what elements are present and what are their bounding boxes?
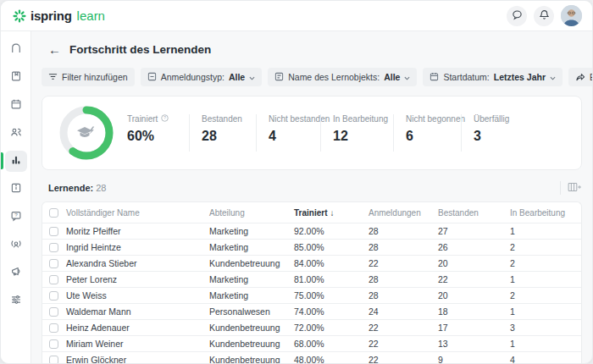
learners-table: Vollständiger NameAbteilungTrainiert↓Anm… xyxy=(42,201,582,363)
calendar-icon xyxy=(9,97,23,114)
select-all-checkbox[interactable] xyxy=(49,208,58,218)
table-cell: 26 xyxy=(438,242,510,252)
column-header[interactable]: Anmeldungen xyxy=(369,208,438,218)
column-header[interactable]: In Bearbeitung xyxy=(510,208,581,218)
filter-startdatum[interactable]: Startdatum:Letztes Jahr xyxy=(423,68,563,86)
table-cell: 13 xyxy=(438,339,510,349)
webinar-icon xyxy=(9,237,23,254)
table-cell: Ute Weiss xyxy=(66,290,209,301)
list-header: Lernende:28 xyxy=(48,181,582,195)
row-checkbox[interactable] xyxy=(49,259,58,268)
row-checkbox[interactable] xyxy=(49,356,58,364)
row-checkbox[interactable] xyxy=(49,339,58,349)
table-row[interactable]: Alexandra StieberKundenbetreuung84.00%22… xyxy=(42,255,581,271)
page-title: Fortschritt des Lernenden xyxy=(69,43,211,56)
sidebar-item-kiosk[interactable] xyxy=(1,177,31,201)
notifications-button[interactable] xyxy=(534,6,554,26)
topbar-actions xyxy=(507,5,582,26)
row-checkbox[interactable] xyxy=(49,291,58,301)
stat-value: 12 xyxy=(333,129,393,144)
row-checkbox[interactable] xyxy=(49,307,58,317)
table-cell: 20 xyxy=(438,258,510,268)
table-cell: Kundenbetreuung xyxy=(209,323,294,333)
filter-lernobjekt[interactable]: Name des Lernobjekts:Alle xyxy=(268,68,417,86)
table-row[interactable]: Moritz PfeifferMarketing92.00%28271 xyxy=(42,223,581,239)
summary-stat: Nicht bestanden4 xyxy=(256,114,320,152)
kiosk-icon xyxy=(9,181,23,198)
sidebar: ? xyxy=(1,31,31,363)
table-cell: 28 xyxy=(369,226,438,236)
back-button[interactable]: ← xyxy=(48,43,61,56)
column-header[interactable]: Trainiert↓ xyxy=(294,208,369,218)
table-cell: 22 xyxy=(438,274,510,284)
sidebar-item-announcements[interactable] xyxy=(1,261,31,285)
stat-label: Nicht bestanden xyxy=(269,114,320,124)
brand-logo: ispring learn xyxy=(13,8,105,23)
table-cell: 85.00% xyxy=(294,242,369,252)
brand-name: ispring xyxy=(30,8,72,23)
sidebar-item-reports[interactable] xyxy=(1,149,31,174)
table-cell: Kundenbetreuung xyxy=(209,258,294,268)
table-cell: Marketing xyxy=(209,242,294,252)
table-row[interactable]: Peter LorenzMarketing81.00%28221 xyxy=(42,271,581,287)
export-button[interactable]: Exportieren xyxy=(568,68,593,86)
sidebar-item-library[interactable] xyxy=(1,65,31,90)
filter-anmeldungstyp[interactable]: Anmeldungstyp:Alle xyxy=(141,68,263,86)
app-window: ispring learn xyxy=(0,0,593,364)
stat-value: 6 xyxy=(406,129,461,144)
sidebar-item-calendar[interactable] xyxy=(1,93,31,118)
table-cell: 1 xyxy=(510,226,581,236)
add-filter-button[interactable]: Filter hinzufügen xyxy=(42,68,135,86)
users-icon xyxy=(9,125,23,142)
sidebar-item-users[interactable] xyxy=(1,121,31,146)
table-cell: Marketing xyxy=(209,274,294,284)
table-cell: 72.00% xyxy=(294,323,369,333)
table-cell: 24 xyxy=(369,306,438,317)
bell-icon xyxy=(539,9,550,23)
row-checkbox[interactable] xyxy=(49,323,58,333)
field-icon xyxy=(147,72,157,83)
table-cell: 74.00% xyxy=(294,306,369,317)
sidebar-item-feedback[interactable]: ? xyxy=(1,205,31,229)
column-header[interactable]: Abteilung xyxy=(209,208,294,218)
table-cell: Kundenbetreuung xyxy=(209,339,294,349)
sidebar-item-settings[interactable] xyxy=(1,289,31,313)
column-header[interactable]: Bestanden xyxy=(438,208,510,218)
columns-plus-icon xyxy=(568,182,582,195)
table-cell: Kundenbetreuung xyxy=(209,355,294,363)
table-cell: 48.00% xyxy=(294,355,369,363)
summary-card: Trainiert?60%Bestanden28Nicht bestanden4… xyxy=(42,96,582,170)
funnel-icon xyxy=(48,72,58,83)
table-cell: Personalwesen xyxy=(209,306,294,317)
row-checkbox[interactable] xyxy=(49,275,58,284)
sidebar-item-webinars[interactable] xyxy=(1,233,31,257)
user-avatar[interactable] xyxy=(561,5,582,26)
manage-columns-button[interactable] xyxy=(560,181,582,195)
megaphone-icon xyxy=(9,265,23,282)
learners-count: Lernende:28 xyxy=(48,183,106,193)
sort-desc-icon: ↓ xyxy=(330,208,334,218)
table-cell: Erwin Glöckner xyxy=(66,355,209,363)
table-row[interactable]: Erwin GlöcknerKundenbetreuung48.00%2294 xyxy=(42,351,581,363)
messages-button[interactable] xyxy=(507,6,527,26)
table-row[interactable]: Ute WeissMarketing75.00%28202 xyxy=(42,287,581,303)
svg-text:?: ? xyxy=(163,115,166,120)
table-cell: 2 xyxy=(510,242,581,252)
row-checkbox[interactable] xyxy=(49,227,58,236)
table-row[interactable]: Waldemar MannPersonalwesen74.00%24181 xyxy=(42,303,581,319)
content-area: ← Fortschritt des Lernenden Filter hinzu… xyxy=(31,31,592,363)
table-cell: 28 xyxy=(369,242,438,252)
info-icon[interactable]: ? xyxy=(161,114,169,124)
column-header[interactable]: Vollständiger Name xyxy=(66,208,209,218)
table-row[interactable]: Ingrid HeintzeMarketing85.00%28262 xyxy=(42,239,581,255)
graduation-cap-icon xyxy=(77,127,94,138)
summary-stat: Trainiert?60% xyxy=(127,114,189,152)
table-cell: 22 xyxy=(369,258,438,268)
sidebar-item-home[interactable] xyxy=(1,37,31,62)
stat-value: 60% xyxy=(127,129,189,144)
table-row[interactable]: Heinz AdenauerKundenbetreuung72.00%22173 xyxy=(42,319,581,335)
stat-value: 28 xyxy=(202,129,256,144)
row-checkbox[interactable] xyxy=(49,243,58,252)
table-row[interactable]: Miriam WeinerKundenbetreuung68.00%22131 xyxy=(42,335,581,351)
table-cell: 28 xyxy=(369,274,438,284)
